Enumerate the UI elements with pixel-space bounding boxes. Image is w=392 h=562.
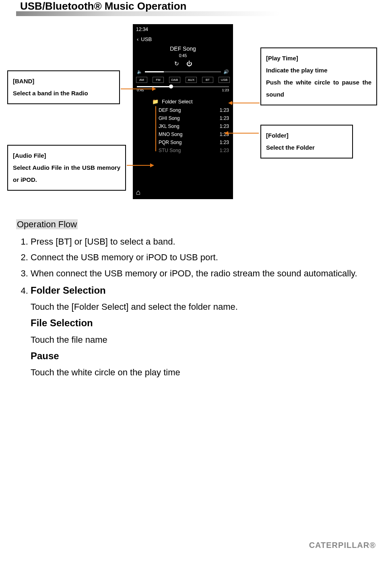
step4-file-selection-text: Touch the file name [31, 332, 370, 348]
step-1: Press [BT] or [USB] to select a band. [31, 234, 370, 249]
step4-folder-selection-heading: Folder Selection [31, 282, 370, 299]
step-2: Connect the USB memory or iPOD to USB po… [31, 249, 370, 265]
callout-folder: [Folder] Select the Folder [260, 125, 353, 159]
list-item[interactable]: GHI Song1:23 [155, 114, 229, 122]
band-aux[interactable]: AUX [186, 77, 197, 83]
arrow-playtime [231, 103, 260, 103]
callout-folder-title: [Folder] [266, 130, 347, 142]
chevron-left-icon: ‹ [137, 36, 138, 42]
band-am[interactable]: AM [136, 77, 147, 83]
home-icon[interactable]: ⌂ [136, 188, 140, 197]
arrow-folder [227, 133, 259, 134]
list-item[interactable]: DEF Song1:23 [155, 106, 229, 114]
folder-select-row[interactable]: 📁 Folder Select [133, 93, 233, 106]
step4-file-selection-heading: File Selection [31, 315, 370, 331]
now-playing-elapsed: 0:45 [133, 53, 233, 60]
volume-low-icon: 🔈 [137, 69, 142, 74]
progress-thumb[interactable] [169, 84, 173, 89]
callout-audio: [Audio File] Select Audio File in the US… [7, 145, 126, 191]
progress-total: 1:23 [222, 88, 229, 92]
band-fm[interactable]: FM [153, 77, 164, 83]
operation-flow-section: Operation Flow Press [BT] or [USB] to se… [16, 217, 370, 381]
list-item[interactable]: JKL Song1:23 [155, 122, 229, 130]
status-bar-clock: 12:34 [133, 24, 233, 35]
callout-folder-desc: Select the Folder [266, 142, 347, 154]
callout-playtime-title: [Play Time] [266, 52, 371, 64]
repeat-icon[interactable]: ↻ [174, 60, 179, 67]
song-list: DEF Song1:23 GHI Song1:23 JKL Song1:23 M… [133, 106, 233, 154]
callout-band-title: [BAND] [13, 75, 114, 87]
phone-screenshot: 12:34 ‹ USB DEF Song 0:45 ↻ ⏻ 🔈 🔊 AM FM … [133, 24, 233, 199]
step-4: Folder Selection Touch the [Folder Selec… [31, 281, 370, 381]
operation-flow-heading: Operation Flow [16, 219, 78, 229]
back-button[interactable]: ‹ USB [133, 35, 233, 45]
band-selector: AM FM DAB AUX BT USB [133, 77, 233, 85]
callout-band: [BAND] Select a band in the Radio [7, 70, 120, 104]
list-item[interactable]: MNO Song1:23 [155, 130, 229, 138]
power-icon[interactable]: ⏻ [186, 60, 192, 67]
callout-audio-title: [Audio File] [13, 150, 120, 162]
band-dab[interactable]: DAB [169, 77, 180, 83]
page-title: USB/Bluetooth® Music Operation [20, 0, 187, 12]
now-playing-title: DEF Song [133, 45, 233, 53]
volume-high-icon: 🔊 [223, 69, 229, 74]
list-item[interactable]: PQR Song1:23 [155, 138, 229, 146]
audio-file-highlight-bar [155, 106, 156, 151]
arrow-audio [127, 165, 151, 166]
brand-logo: CATERPILLAR® [309, 541, 376, 550]
list-item[interactable]: STU Song1:23 [155, 146, 229, 154]
folder-select-label: Folder Select [162, 99, 193, 105]
callout-band-desc: Select a band in the Radio [13, 87, 114, 99]
band-usb[interactable]: USB [219, 77, 230, 83]
callout-playtime-line1: Indicate the play time [266, 64, 371, 76]
folder-icon: 📁 [152, 99, 159, 105]
band-bt[interactable]: BT [202, 77, 213, 83]
step-3: When connect the USB memory or iPOD, the… [31, 266, 370, 281]
step4-folder-selection-text: Touch the [Folder Select] and select the… [31, 299, 370, 315]
back-label: USB [141, 36, 152, 42]
arrow-band [121, 89, 153, 89]
callout-playtime-line2: Push the white circle to pause the sound [266, 76, 371, 101]
step4-pause-text: Touch the white circle on the play time [31, 364, 370, 380]
volume-slider[interactable] [145, 71, 221, 72]
progress-slider[interactable] [137, 86, 229, 87]
step4-pause-heading: Pause [31, 348, 370, 364]
callout-playtime: [Play Time] Indicate the play time Push … [260, 47, 377, 105]
callout-audio-desc: Select Audio File in the USB memory or i… [13, 162, 120, 186]
